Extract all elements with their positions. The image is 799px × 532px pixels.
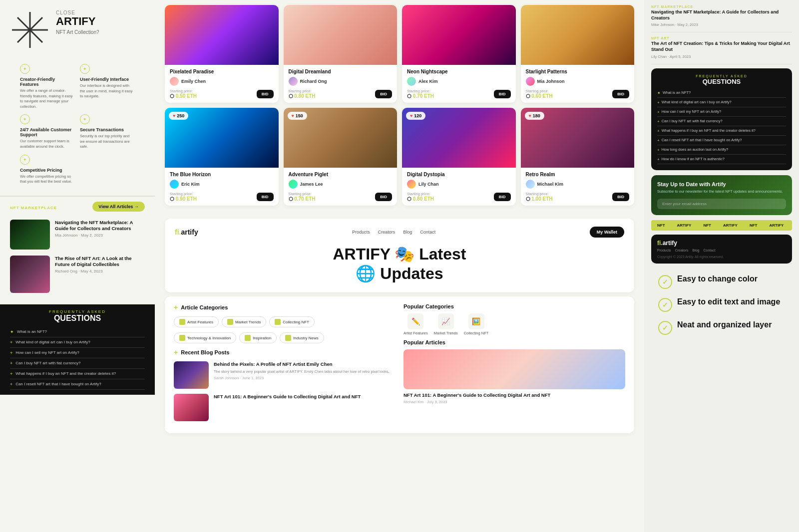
right-blog-tag-2: NFT ART <box>651 36 792 40</box>
left-faq-item-3[interactable]: + How can I sell my NFT art on Artify? <box>10 348 145 358</box>
bid-button-2[interactable]: BID <box>375 90 392 98</box>
blog-post-thumb-1 <box>174 361 209 389</box>
price-value-1: ⬡ 0.50 ETH <box>170 93 197 99</box>
ticker-item-3: NFT <box>703 223 711 228</box>
check-item-1: ✓ Easy to change color <box>658 274 785 289</box>
nav-blog[interactable]: Blog <box>403 230 412 235</box>
feature-icon-2: ✦ <box>80 64 90 74</box>
left-blog-title-2: The Rise of NFT Art: A Look at the Futur… <box>55 256 145 268</box>
bid-button-6[interactable]: BID <box>375 193 392 201</box>
bid-button-1[interactable]: BID <box>257 90 274 98</box>
nft-row-1: Pixelated Paradise Emily Chen Starting p… <box>165 5 634 103</box>
cat-icon-artist <box>179 319 185 325</box>
bid-button-3[interactable]: BID <box>494 90 511 98</box>
feature-item-2: ✦ User-Friendly Interface Our interface … <box>80 64 135 109</box>
nav-contact[interactable]: Contact <box>420 230 435 235</box>
right-faq-item-8[interactable]: + How do I know if an NFT is authentic? <box>657 155 786 164</box>
cat-collecting-nft[interactable]: Collecting NFT <box>269 316 315 327</box>
nft-image-3 <box>402 5 516 65</box>
nft-card-body-2: Digital Dreamland Richard Ong Starting p… <box>284 65 398 103</box>
nft-image-5: ♥ 250 <box>165 108 279 168</box>
bid-button-4[interactable]: BID <box>612 90 629 98</box>
left-faq-item-1[interactable]: ✦ What is an NFT? <box>10 327 145 337</box>
nft-price-row-6: Starting price: ⬡ 0.70 ETH BID <box>289 192 393 202</box>
left-faq-label: Frequently Asked <box>10 309 145 314</box>
right-footer-products[interactable]: Products <box>657 249 671 252</box>
left-blog-section: NFT MARKETPLACE View All Articles → Navi… <box>0 196 155 304</box>
right-faq-item-2[interactable]: + What kind of digital art can I buy on … <box>657 98 786 107</box>
left-faq-q-2: What kind of digital art can I buy on Ar… <box>15 340 90 344</box>
features-grid: ✦ Creator-Friendly Features We offer a r… <box>10 58 145 191</box>
newsletter-title: Stay Up to Date with Artify <box>657 181 786 187</box>
right-faq-item-6[interactable]: + Can I resell NFT art that I have bough… <box>657 136 786 145</box>
left-faq-item-6[interactable]: + Can I resell NFT art that I have bough… <box>10 379 145 390</box>
nav-products[interactable]: Products <box>352 230 370 235</box>
price-label-6: Starting price: <box>289 192 316 196</box>
right-artify-copyright: Copyright © 2023 Artify. All rights rese… <box>657 255 786 259</box>
price-label-1: Starting price: <box>170 89 197 93</box>
right-faq-bullet-3: + <box>657 110 660 114</box>
pop-cat-artist[interactable]: ✏️ Artist Features <box>403 313 428 335</box>
checkmark-icon-3: ✓ <box>662 324 668 332</box>
right-blog-author-1: Mike Johnson · May 2, 2023 <box>651 22 792 27</box>
nft-price-row-7: Starting price: ⬡ 0.80 ETH BID <box>407 192 511 202</box>
left-faq-q-4: Can I buy NFT art with fiat currency? <box>15 361 80 365</box>
nft-artist-row-5: Eric Kim <box>170 180 274 189</box>
right-footer-contact[interactable]: Contact <box>703 249 715 252</box>
left-faq-item-2[interactable]: + What kind of digital art can I buy on … <box>10 337 145 348</box>
pop-cat-icon-market: 📈 <box>438 313 454 329</box>
popular-articles-title: Popular Articles <box>403 339 625 345</box>
artist-avatar-2 <box>289 77 298 86</box>
pop-cat-collecting[interactable]: 🖼️ Collecting NFT <box>464 313 489 335</box>
right-footer-creators[interactable]: Creators <box>675 249 689 252</box>
bid-button-7[interactable]: BID <box>494 193 511 201</box>
view-all-button[interactable]: View All Articles → <box>92 202 145 212</box>
cat-tech-innovation[interactable]: Technology & Innovation <box>174 332 236 343</box>
nft-price-wrap-3: Starting price: ⬡ 0.70 ETH <box>407 89 434 99</box>
right-faq-item-7[interactable]: + How long does an auction last on Artif… <box>657 145 786 155</box>
pop-cat-icons: ✏️ Artist Features 📈 Market Trends 🖼️ Co… <box>403 313 625 335</box>
nft-image-6: ♥ 150 <box>284 108 398 168</box>
artist-name-5: Eric Kim <box>181 182 200 187</box>
price-label-7: Starting price: <box>407 192 434 196</box>
price-value-6: ⬡ 0.70 ETH <box>289 196 316 202</box>
nft-price-row-1: Starting price: ⬡ 0.50 ETH BID <box>170 89 274 99</box>
right-blog-author-2: Lily Chan · April 5, 2023 <box>651 54 792 59</box>
cat-market-trends[interactable]: Market Trends <box>222 316 266 327</box>
nft-artist-row-1: Emily Chen <box>170 77 274 86</box>
artist-avatar-3 <box>407 77 416 86</box>
nft-image-8: ♥ 180 <box>521 108 635 168</box>
check-item-2: ✓ Easy to edit text and image <box>658 297 785 312</box>
bid-button-8[interactable]: BID <box>612 193 629 201</box>
right-faq-item-5[interactable]: + What happens if I buy an NFT and the c… <box>657 126 786 136</box>
right-faq-item-1[interactable]: ✦ What is an NFT? <box>657 88 786 98</box>
nft-img-neon-nightscape <box>402 5 516 65</box>
right-faq-item-3[interactable]: + How can I sell my NFT art on Artify? <box>657 107 786 117</box>
cat-industry-news[interactable]: Industry News <box>280 332 324 343</box>
left-blog-article-2: The Rise of NFT Art: A Look at the Futur… <box>10 256 145 293</box>
right-faq-title: QUESTIONS <box>657 78 786 85</box>
newsletter-email-input[interactable] <box>657 199 786 209</box>
pop-cat-market[interactable]: 📈 Market Trends <box>434 313 458 335</box>
feature-title-3: 24/7 Available Customer Support <box>20 127 75 137</box>
nav-creators[interactable]: Creators <box>378 230 396 235</box>
feature-desc-3: Our customer support team is available a… <box>20 139 75 149</box>
feature-desc-1: We offer a range of creator-friendly fea… <box>20 88 75 109</box>
left-faq-item-4[interactable]: + Can I buy NFT art with fiat currency? <box>10 358 145 369</box>
nft-card-pixelated-paradise: Pixelated Paradise Emily Chen Starting p… <box>165 5 279 103</box>
my-wallet-button[interactable]: My Wallet <box>590 227 624 238</box>
right-faq-item-4[interactable]: + Can I buy NFT art with fiat currency? <box>657 117 786 126</box>
left-blog-info-2: The Rise of NFT Art: A Look at the Futur… <box>55 256 145 293</box>
artist-avatar-5 <box>170 180 179 189</box>
left-heading-text: Close ARTIFY NFT Art Collection? <box>56 10 99 35</box>
bid-button-5[interactable]: BID <box>257 193 274 201</box>
nft-img-starlight-patterns <box>521 5 635 65</box>
cat-inspiration[interactable]: Inspiration <box>239 332 277 343</box>
right-footer-blog[interactable]: Blog <box>692 249 699 252</box>
nft-image-4 <box>521 5 635 65</box>
left-faq-item-5[interactable]: + What happens if I buy an NFT and the c… <box>10 369 145 379</box>
nft-name-8: Retro Realm <box>526 172 630 177</box>
cat-icon-market <box>227 319 233 325</box>
updates-left: + Article Categories Artist Features Mar… <box>174 303 396 426</box>
cat-artist-features[interactable]: Artist Features <box>174 316 219 327</box>
